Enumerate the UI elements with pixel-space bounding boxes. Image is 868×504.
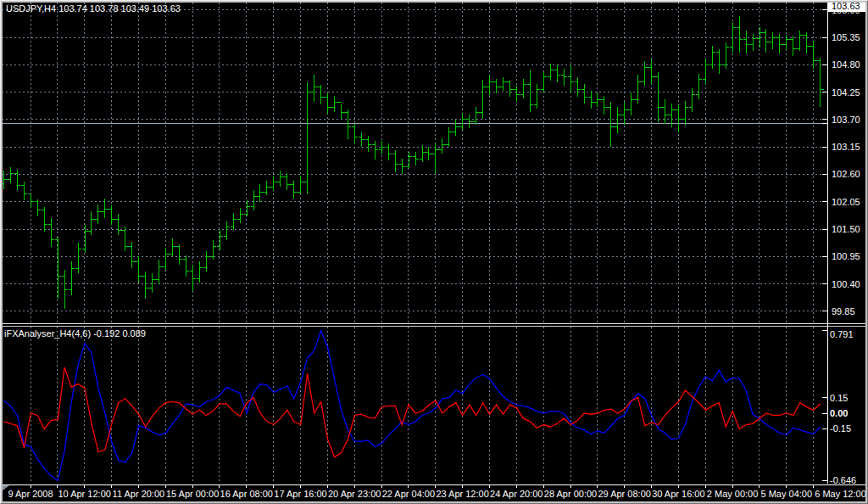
time-axis[interactable] — [2, 484, 866, 501]
mt4-chart-window: { "window": { "app_context": "MetaTrader… — [0, 0, 868, 504]
price-axis[interactable] — [827, 3, 866, 484]
price-pane[interactable] — [2, 3, 826, 323]
indicator-pane[interactable] — [2, 327, 826, 484]
